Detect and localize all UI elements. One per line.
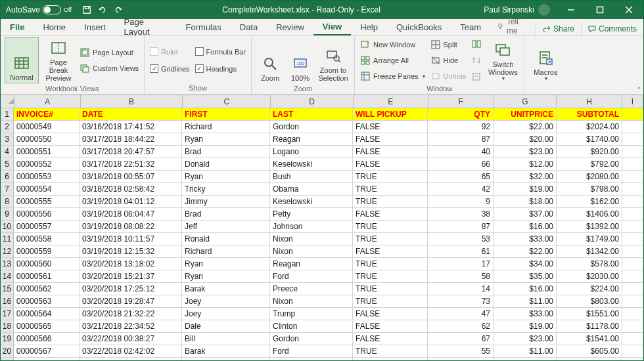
cell[interactable]: 00000551 (14, 146, 80, 158)
sync-scrolling-button[interactable] (470, 54, 483, 67)
cell[interactable]: Preece (270, 283, 353, 295)
macros-button[interactable]: Macros▾ (528, 37, 563, 83)
row-header[interactable]: 10 (1, 221, 14, 233)
cell[interactable]: Trump (270, 308, 353, 320)
table-row[interactable]: 00000559 03/19/2018 12:15:32 Richard Nix… (14, 245, 643, 258)
tab-data[interactable]: Data (231, 18, 267, 35)
cell[interactable]: $37.00 (494, 208, 557, 221)
cell[interactable]: $792.00 (557, 158, 622, 171)
cell[interactable]: $1342.00 (557, 245, 622, 258)
table-row[interactable]: 00000560 03/20/2018 13:18:02 Ryan Reagan… (14, 258, 643, 270)
cell[interactable]: 03/16/2018 17:41:52 (80, 121, 182, 133)
cell[interactable] (622, 208, 643, 221)
cell[interactable]: $11.00 (494, 345, 557, 358)
column-header[interactable]: A (15, 95, 81, 108)
cell[interactable]: 00000564 (14, 308, 80, 320)
cell[interactable]: $19.00 (494, 320, 557, 333)
cell[interactable]: $34.00 (494, 258, 557, 270)
cell[interactable]: 67 (428, 333, 494, 345)
cell[interactable]: Obama (270, 183, 353, 196)
cell[interactable] (622, 121, 643, 133)
cell[interactable]: $16.00 (494, 221, 557, 233)
column-header[interactable]: I (622, 95, 643, 108)
row-header[interactable]: 18 (1, 320, 14, 333)
cell[interactable]: $16.00 (494, 283, 557, 295)
table-row[interactable]: 00000561 03/20/2018 15:21:37 Ryan Ford T… (14, 270, 643, 283)
cell[interactable]: TRUE (353, 283, 428, 295)
cell[interactable]: Joey (182, 295, 270, 308)
table-row[interactable]: 00000565 03/21/2018 22:34:52 Dale Clinto… (14, 320, 643, 333)
table-row[interactable]: 00000552 03/17/2018 22:51:32 Donald Kese… (14, 158, 643, 171)
tab-quickbooks[interactable]: QuickBooks (387, 18, 451, 35)
cell[interactable]: TRUE (353, 221, 428, 233)
comments-button[interactable]: Comments (581, 22, 643, 35)
column-header[interactable]: D (271, 95, 354, 108)
close-button[interactable] (614, 1, 643, 19)
cell[interactable]: Brad (182, 358, 270, 361)
cell[interactable] (622, 233, 643, 245)
column-header[interactable]: E (354, 95, 428, 108)
cell[interactable] (622, 221, 643, 233)
cell[interactable]: Gordon (270, 121, 353, 133)
cell[interactable]: 03/19/2018 06:04:47 (80, 208, 182, 221)
table-row[interactable]: 00000549 03/16/2018 17:41:52 Richard Gor… (14, 121, 643, 133)
cells-area[interactable]: INVOICE# DATE FIRST LAST WILL PICKUP QTY… (14, 108, 643, 361)
cell[interactable]: $35.00 (494, 358, 557, 361)
cell[interactable]: $33.00 (494, 308, 557, 320)
cell[interactable]: QTY (428, 108, 494, 121)
cell[interactable]: 03/21/2018 22:34:52 (80, 320, 182, 333)
reset-window-button[interactable] (470, 70, 483, 83)
cell[interactable] (622, 295, 643, 308)
cell[interactable]: Richard (182, 245, 270, 258)
row-header[interactable]: 2 (1, 121, 14, 133)
cell[interactable]: $23.00 (494, 146, 557, 158)
minimize-button[interactable] (557, 1, 586, 19)
cell[interactable]: DATE (80, 108, 182, 121)
cell[interactable]: Barak (182, 283, 270, 295)
zoom-button[interactable]: Zoom (256, 37, 285, 83)
cell[interactable] (622, 245, 643, 258)
user-account[interactable]: Paul Sirpenski (477, 4, 557, 16)
row-header[interactable]: 12 (1, 245, 14, 258)
cell[interactable]: 03/17/2018 20:47:57 (80, 146, 182, 158)
cell[interactable]: $3465.00 (557, 358, 622, 361)
cell[interactable]: 58 (428, 270, 494, 283)
cell[interactable]: $1406.00 (557, 208, 622, 221)
row-header[interactable]: 5 (1, 158, 14, 171)
cell[interactable]: 03/20/2018 19:28:47 (80, 295, 182, 308)
cell[interactable]: Brad (182, 208, 270, 221)
cell[interactable]: 03/20/2018 21:32:22 (80, 308, 182, 320)
new-window-button[interactable]: New Window (359, 38, 426, 51)
cell[interactable]: Brad (182, 146, 270, 158)
ruler-checkbox[interactable]: Ruler (149, 45, 191, 58)
cell[interactable]: 03/20/2018 17:25:12 (80, 283, 182, 295)
cell[interactable]: 65 (428, 171, 494, 183)
cell[interactable]: $32.00 (494, 171, 557, 183)
cell[interactable] (622, 270, 643, 283)
cell[interactable]: Petty (270, 208, 353, 221)
cell[interactable]: $920.00 (557, 146, 622, 158)
cell[interactable]: $2030.00 (557, 270, 622, 283)
cell[interactable]: FALSE (353, 320, 428, 333)
page-layout-button[interactable]: Page Layout (78, 46, 140, 59)
cell[interactable] (622, 171, 643, 183)
table-row[interactable]: 00000568 03/22/2018 04:45:37 Brad Bush F… (14, 358, 643, 361)
cell[interactable]: Nixon (270, 245, 353, 258)
tab-review[interactable]: Review (267, 18, 313, 35)
cell[interactable]: 03/19/2018 12:15:32 (80, 245, 182, 258)
table-row[interactable]: 00000550 03/17/2018 18:44:22 Ryan Reagan… (14, 133, 643, 146)
cell[interactable] (622, 345, 643, 358)
cell[interactable]: 03/22/2018 02:42:02 (80, 345, 182, 358)
cell[interactable]: Ryan (182, 270, 270, 283)
spreadsheet-grid[interactable]: 123456789101112131415161718192021 INVOIC… (1, 108, 643, 361)
cell[interactable]: Keselowski (270, 158, 353, 171)
cell[interactable]: SUBTOTAL (557, 108, 622, 121)
row-header[interactable]: 6 (1, 171, 14, 183)
cell[interactable]: 00000554 (14, 183, 80, 196)
cell[interactable]: Clinton (270, 320, 353, 333)
zoom-selection-button[interactable]: Zoom to Selection (316, 37, 350, 83)
cell[interactable]: TRUE (353, 233, 428, 245)
cell[interactable] (622, 258, 643, 270)
row-header[interactable]: 1 (1, 108, 14, 121)
cell[interactable]: TRUE (353, 183, 428, 196)
